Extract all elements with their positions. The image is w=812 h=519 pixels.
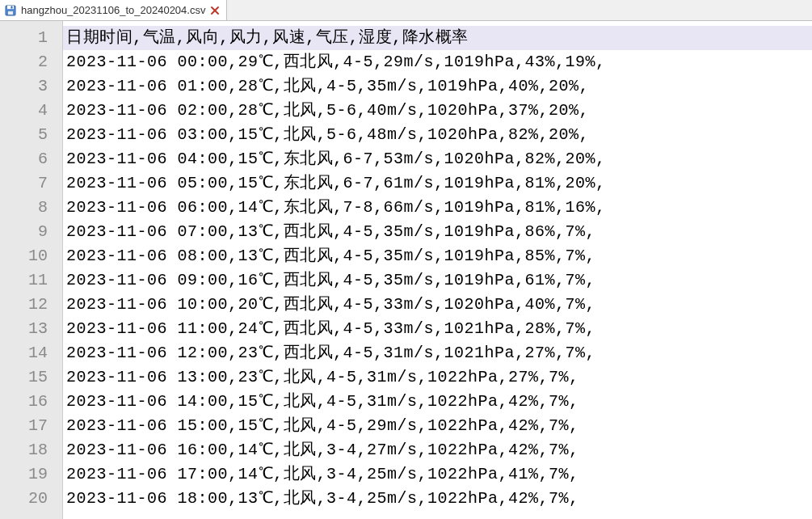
csv-row[interactable]: 2023-11-06 06:00,14℃,东北风,7-8,66m/s,1019h… <box>63 196 812 220</box>
csv-row[interactable]: 2023-11-06 11:00,24℃,西北风,4-5,33m/s,1021h… <box>63 317 812 341</box>
csv-row[interactable]: 2023-11-06 08:00,13℃,西北风,4-5,35m/s,1019h… <box>63 244 812 268</box>
line-number: 5 <box>0 123 48 147</box>
csv-row[interactable]: 2023-11-06 15:00,15℃,北风,4-5,29m/s,1022hP… <box>63 414 812 438</box>
tab-bar: hangzhou_20231106_to_20240204.csv <box>0 0 812 21</box>
csv-row[interactable]: 2023-11-06 14:00,15℃,北风,4-5,31m/s,1022hP… <box>63 390 812 414</box>
line-number: 4 <box>0 99 48 123</box>
csv-row[interactable]: 2023-11-06 17:00,14℃,北风,3-4,25m/s,1022hP… <box>63 462 812 487</box>
csv-row[interactable]: 2023-11-06 00:00,29℃,西北风,4-5,29m/s,1019h… <box>63 50 812 74</box>
line-number: 11 <box>0 268 48 293</box>
line-number: 7 <box>0 171 48 196</box>
csv-row[interactable]: 2023-11-06 18:00,13℃,北风,3-4,25m/s,1022hP… <box>63 487 812 511</box>
line-number: 9 <box>0 220 48 244</box>
csv-row[interactable]: 2023-11-06 02:00,28℃,北风,5-6,40m/s,1020hP… <box>63 99 812 123</box>
csv-row[interactable]: 2023-11-06 05:00,15℃,东北风,6-7,61m/s,1019h… <box>63 171 812 196</box>
csv-row[interactable]: 2023-11-06 16:00,14℃,北风,3-4,27m/s,1022hP… <box>63 438 812 462</box>
line-number: 18 <box>0 438 48 462</box>
csv-row[interactable]: 2023-11-06 01:00,28℃,北风,4-5,35m/s,1019hP… <box>63 74 812 99</box>
line-number: 12 <box>0 293 48 317</box>
save-icon <box>5 5 16 16</box>
csv-row[interactable]: 2023-11-06 09:00,16℃,西北风,4-5,35m/s,1019h… <box>63 268 812 293</box>
line-number: 6 <box>0 147 48 171</box>
csv-row[interactable]: 2023-11-06 07:00,13℃,西北风,4-5,35m/s,1019h… <box>63 220 812 244</box>
csv-row[interactable]: 2023-11-06 12:00,23℃,西北风,4-5,31m/s,1021h… <box>63 341 812 365</box>
tab-filename: hangzhou_20231106_to_20240204.csv <box>21 4 205 16</box>
csv-row[interactable]: 2023-11-06 10:00,20℃,西北风,4-5,33m/s,1020h… <box>63 293 812 317</box>
line-number: 8 <box>0 196 48 220</box>
csv-header-row[interactable]: 日期时间,气温,风向,风力,风速,气压,湿度,降水概率 <box>63 26 812 50</box>
svg-rect-3 <box>11 6 13 8</box>
line-number: 10 <box>0 244 48 268</box>
line-number: 17 <box>0 414 48 438</box>
csv-row[interactable]: 2023-11-06 04:00,15℃,东北风,6-7,53m/s,1020h… <box>63 147 812 171</box>
svg-rect-1 <box>7 6 14 9</box>
line-number: 13 <box>0 317 48 341</box>
editor-content[interactable]: 日期时间,气温,风向,风力,风速,气压,湿度,降水概率 2023-11-06 0… <box>63 21 812 519</box>
close-icon[interactable] <box>210 6 220 15</box>
csv-row[interactable]: 2023-11-06 13:00,23℃,北风,4-5,31m/s,1022hP… <box>63 365 812 390</box>
line-number: 2 <box>0 50 48 74</box>
line-number: 16 <box>0 390 48 414</box>
line-number-gutter: 1 2 3 4 5 6 7 8 9 10 11 12 13 14 15 16 1… <box>0 21 63 519</box>
line-number: 15 <box>0 365 48 390</box>
line-number: 20 <box>0 487 48 511</box>
line-number: 19 <box>0 462 48 487</box>
svg-rect-2 <box>8 11 14 15</box>
file-tab[interactable]: hangzhou_20231106_to_20240204.csv <box>0 0 227 20</box>
line-number: 14 <box>0 341 48 365</box>
editor-area: 1 2 3 4 5 6 7 8 9 10 11 12 13 14 15 16 1… <box>0 21 812 519</box>
csv-row[interactable]: 2023-11-06 03:00,15℃,北风,5-6,48m/s,1020hP… <box>63 123 812 147</box>
line-number: 3 <box>0 74 48 99</box>
line-number: 1 <box>0 26 48 50</box>
